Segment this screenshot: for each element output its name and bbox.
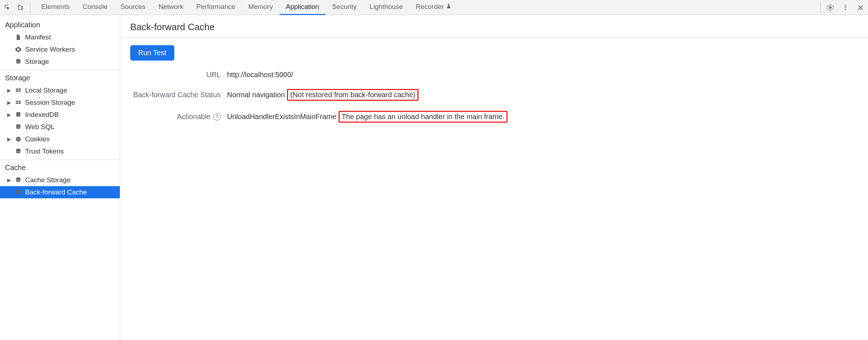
page-title: Back-forward Cache bbox=[120, 15, 868, 38]
info-value: Normal navigation(Not restored from back… bbox=[227, 89, 419, 101]
svg-point-11 bbox=[19, 139, 19, 140]
sidebar-item-web-sql[interactable]: ▶Web SQL bbox=[0, 121, 120, 133]
info-value: UnloadHandlerExistsInMainFrameThe page h… bbox=[227, 111, 508, 123]
expand-arrow-icon[interactable]: ▶ bbox=[6, 88, 11, 93]
svg-point-14 bbox=[16, 190, 20, 192]
sidebar-item-label: Web SQL bbox=[25, 123, 55, 131]
sidebar-item-manifest[interactable]: ▶Manifest bbox=[0, 31, 120, 43]
tab-network[interactable]: Network bbox=[152, 0, 190, 15]
info-key: Actionable? bbox=[130, 113, 227, 121]
close-devtools-icon[interactable] bbox=[857, 4, 864, 11]
main-panel: Back-forward Cache Run Test URLhttp://lo… bbox=[120, 15, 868, 340]
tab-security[interactable]: Security bbox=[326, 0, 363, 15]
help-icon[interactable]: ? bbox=[213, 113, 221, 121]
tab-label: Network bbox=[159, 3, 184, 11]
db-icon bbox=[14, 111, 22, 119]
tab-elements[interactable]: Elements bbox=[35, 0, 76, 15]
db-icon bbox=[14, 123, 22, 131]
tab-label: Lighthouse bbox=[369, 3, 403, 11]
more-menu-icon[interactable] bbox=[841, 4, 849, 11]
sidebar-item-label: Cache Storage bbox=[25, 176, 71, 184]
sidebar-item-label: Manifest bbox=[25, 33, 51, 41]
svg-point-12 bbox=[16, 149, 20, 151]
tab-sources[interactable]: Sources bbox=[114, 0, 152, 15]
sidebar-item-label: Trust Tokens bbox=[25, 147, 64, 155]
info-row: URLhttp://localhost:5000/ bbox=[130, 71, 858, 79]
tab-recorder[interactable]: Recorder bbox=[409, 0, 458, 15]
panel-tabs: ElementsConsoleSourcesNetworkPerformance… bbox=[35, 0, 458, 15]
file-icon bbox=[14, 33, 22, 41]
sidebar-item-cookies[interactable]: ▶Cookies bbox=[0, 133, 120, 145]
sidebar-item-back-forward-cache[interactable]: ▶Back-forward Cache bbox=[0, 186, 120, 198]
svg-point-10 bbox=[18, 140, 18, 140]
svg-point-6 bbox=[16, 124, 20, 126]
tab-label: Application bbox=[286, 3, 319, 11]
highlight-box: (Not restored from back-forward cache) bbox=[287, 89, 419, 101]
sidebar-item-label: IndexedDB bbox=[25, 111, 59, 119]
info-value: http://localhost:5000/ bbox=[227, 71, 293, 79]
table-icon bbox=[14, 86, 22, 94]
svg-point-7 bbox=[16, 137, 21, 142]
tab-application[interactable]: Application bbox=[279, 0, 326, 15]
svg-point-8 bbox=[17, 138, 18, 139]
tab-label: Console bbox=[82, 3, 108, 11]
svg-point-4 bbox=[16, 59, 20, 61]
tab-label: Recorder bbox=[416, 3, 444, 11]
sidebar-item-label: Local Storage bbox=[25, 86, 67, 94]
flask-icon bbox=[446, 3, 452, 11]
info-row: Back-forward Cache StatusNormal navigati… bbox=[130, 89, 858, 101]
sidebar-item-storage[interactable]: ▶Storage bbox=[0, 56, 120, 68]
db-icon bbox=[14, 188, 22, 196]
tab-label: Performance bbox=[196, 3, 235, 11]
db-icon bbox=[14, 147, 22, 155]
tab-lighthouse[interactable]: Lighthouse bbox=[363, 0, 409, 15]
tab-label: Elements bbox=[41, 3, 70, 11]
tab-label: Security bbox=[332, 3, 357, 11]
svg-point-13 bbox=[16, 178, 20, 179]
highlight-box: The page has an unload handler in the ma… bbox=[339, 111, 508, 123]
sidebar-item-local-storage[interactable]: ▶Local Storage bbox=[0, 84, 120, 96]
svg-point-2 bbox=[845, 7, 846, 8]
sidebar-item-service-workers[interactable]: ▶Service Workers bbox=[0, 43, 120, 56]
expand-arrow-icon[interactable]: ▶ bbox=[6, 177, 11, 183]
tab-label: Sources bbox=[121, 3, 146, 11]
tab-performance[interactable]: Performance bbox=[190, 0, 242, 15]
svg-point-3 bbox=[845, 9, 846, 10]
sidebar-group-storage: Storage bbox=[0, 70, 120, 84]
svg-point-1 bbox=[845, 5, 846, 6]
tab-memory[interactable]: Memory bbox=[242, 0, 279, 15]
settings-gear-icon[interactable] bbox=[826, 4, 834, 11]
expand-arrow-icon[interactable]: ▶ bbox=[6, 100, 11, 105]
db-icon bbox=[14, 58, 22, 66]
table-icon bbox=[14, 99, 22, 107]
sidebar-item-cache-storage[interactable]: ▶Cache Storage bbox=[0, 174, 120, 186]
expand-arrow-icon[interactable]: ▶ bbox=[6, 112, 11, 118]
sidebar-item-label: Service Workers bbox=[25, 46, 75, 53]
svg-point-0 bbox=[830, 6, 831, 8]
sidebar-group-cache: Cache bbox=[0, 160, 120, 174]
sidebar-group-application: Application bbox=[0, 17, 120, 31]
info-key: Back-forward Cache Status bbox=[130, 91, 227, 99]
gear-icon bbox=[14, 46, 22, 53]
info-key: URL bbox=[130, 71, 227, 79]
db-icon bbox=[14, 176, 22, 184]
tab-console[interactable]: Console bbox=[76, 0, 114, 15]
svg-point-5 bbox=[16, 112, 20, 114]
sidebar-item-indexeddb[interactable]: ▶IndexedDB bbox=[0, 109, 120, 121]
sidebar-item-trust-tokens[interactable]: ▶Trust Tokens bbox=[0, 145, 120, 157]
tab-label: Memory bbox=[248, 3, 273, 11]
application-sidebar: Application▶Manifest▶Service Workers▶Sto… bbox=[0, 15, 120, 340]
sidebar-item-session-storage[interactable]: ▶Session Storage bbox=[0, 96, 120, 109]
sidebar-item-label: Storage bbox=[25, 58, 49, 66]
expand-arrow-icon[interactable]: ▶ bbox=[6, 136, 11, 142]
sidebar-item-label: Back-forward Cache bbox=[25, 188, 87, 196]
inspect-element-icon[interactable] bbox=[4, 4, 11, 11]
run-test-button[interactable]: Run Test bbox=[130, 45, 174, 61]
devtools-toolbar: ElementsConsoleSourcesNetworkPerformance… bbox=[0, 0, 868, 15]
svg-point-9 bbox=[19, 138, 19, 139]
info-row: Actionable?UnloadHandlerExistsInMainFram… bbox=[130, 111, 858, 123]
sidebar-item-label: Session Storage bbox=[25, 99, 75, 107]
device-toolbar-icon[interactable] bbox=[16, 4, 24, 11]
sidebar-item-label: Cookies bbox=[25, 135, 50, 143]
cookie-icon bbox=[14, 135, 22, 143]
